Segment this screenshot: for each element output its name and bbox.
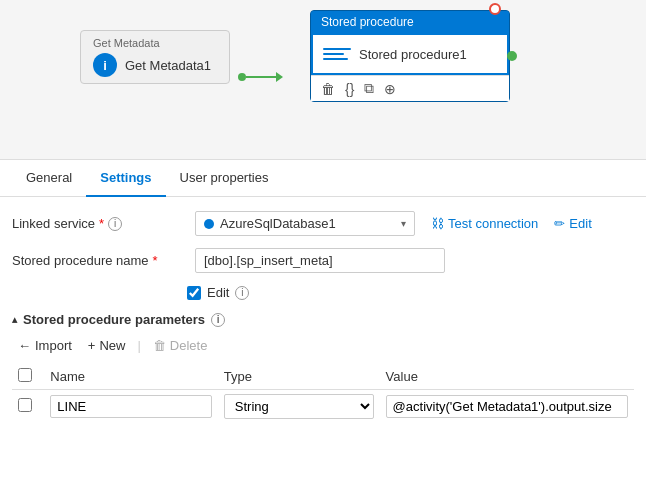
edit-checkbox[interactable] [187,286,201,300]
linked-service-value: AzureSqlDatabase1 [220,216,395,231]
delete-button[interactable]: 🗑 Delete [147,335,214,356]
node-stored-proc-header: Stored procedure [311,11,509,33]
copy-action-icon[interactable]: ⧉ [364,80,374,97]
col-name-header: Name [44,364,217,390]
node-get-metadata-label: Get Metadata [93,37,217,49]
pencil-icon: ✏ [554,216,565,231]
collapse-icon[interactable]: ▴ [12,314,17,325]
chain-icon: ⛓ [431,216,444,231]
tab-user-properties[interactable]: User properties [166,160,283,197]
params-section-label: Stored procedure parameters [23,312,205,327]
plus-icon: + [88,338,96,353]
table-row: StringInt32Int64BooleanDateTimeDecimal [12,390,634,424]
settings-panel: Linked service * i AzureSqlDatabase1 ▾ ⛓… [0,197,646,437]
linked-service-label: Linked service * i [12,216,187,231]
col-check-header [12,364,44,390]
node-top-circle [489,3,501,15]
params-info-icon[interactable]: i [211,313,225,327]
params-section-header: ▴ Stored procedure parameters i [12,312,634,327]
connector [238,72,283,82]
canvas-area: Get Metadata i Get Metadata1 Stored proc… [0,0,646,160]
proc-name-label: Stored procedure name * [12,253,187,268]
tab-settings[interactable]: Settings [86,160,165,197]
delete-action-icon[interactable]: 🗑 [321,81,335,97]
toolbar-separator: | [137,338,140,353]
params-table: Name Type Value StringInt32Int64BooleanD… [12,364,634,423]
edit-checkbox-info-icon[interactable]: i [235,286,249,300]
linked-service-row: Linked service * i AzureSqlDatabase1 ▾ ⛓… [12,211,634,236]
node-get-metadata[interactable]: Get Metadata i Get Metadata1 [80,30,230,84]
node-get-metadata-title: Get Metadata1 [125,58,211,73]
row-checkbox[interactable] [18,398,32,412]
linked-service-dot [204,219,214,229]
edit-checkbox-row: Edit i [187,285,634,300]
connector-dot [238,73,246,81]
connector-line [246,76,276,78]
proc-name-input[interactable] [195,248,445,273]
info-icon: i [93,53,117,77]
node-right-handle[interactable] [507,51,517,61]
tabs-area: General Settings User properties [0,160,646,197]
node-stored-proc-actions: 🗑 {} ⧉ ⊕ [311,75,509,101]
select-all-checkbox[interactable] [18,368,32,382]
import-icon: ← [18,338,31,353]
name-input[interactable] [50,395,211,418]
linked-service-info-icon[interactable]: i [108,217,122,231]
value-input[interactable] [386,395,628,418]
tab-general[interactable]: General [12,160,86,197]
trash-icon: 🗑 [153,338,166,353]
dropdown-arrow-icon: ▾ [401,218,406,229]
toolbar-row: ← Import + New | 🗑 Delete [12,335,634,356]
stored-proc-icon [323,43,351,65]
connector-arrow [276,72,283,82]
node-stored-proc-body: Stored procedure1 [311,33,509,75]
import-button[interactable]: ← Import [12,335,78,356]
test-connection-button[interactable]: ⛓ Test connection [431,216,538,231]
node-stored-proc[interactable]: Stored procedure Stored procedure1 🗑 {} … [310,10,510,102]
col-type-header: Type [218,364,380,390]
expand-action-icon[interactable]: ⊕ [384,81,396,97]
linked-service-select[interactable]: AzureSqlDatabase1 ▾ [195,211,415,236]
new-button[interactable]: + New [82,335,132,356]
edit-linked-service-button[interactable]: ✏ Edit [554,216,591,231]
col-value-header: Value [380,364,634,390]
node-stored-proc-title: Stored procedure1 [359,47,467,62]
type-select[interactable]: StringInt32Int64BooleanDateTimeDecimal [224,394,374,419]
proc-name-row: Stored procedure name * [12,248,634,273]
code-action-icon[interactable]: {} [345,81,354,97]
edit-checkbox-label: Edit [207,285,229,300]
